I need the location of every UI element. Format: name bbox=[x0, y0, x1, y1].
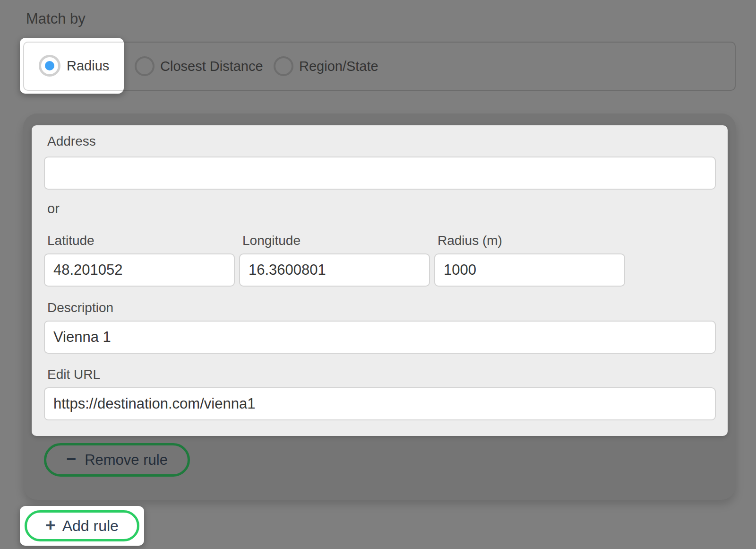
rule-card: Address or Latitude Longitude Radius (m)… bbox=[23, 113, 736, 500]
add-rule-label: Add rule bbox=[62, 517, 119, 535]
or-label: or bbox=[47, 201, 60, 217]
add-rule-button[interactable]: + Add rule bbox=[25, 510, 139, 541]
region-state-label: Region/State bbox=[299, 59, 378, 74]
remove-rule-label: Remove rule bbox=[85, 452, 168, 469]
remove-rule-button[interactable]: − Remove rule bbox=[44, 443, 190, 477]
description-label: Description bbox=[47, 300, 113, 315]
page: Match by Closest Distance Region/State R… bbox=[0, 0, 756, 549]
radio-dot-icon bbox=[45, 61, 54, 70]
match-by-label: Match by bbox=[26, 10, 86, 27]
region-state-radio-icon[interactable] bbox=[274, 56, 293, 76]
closest-distance-label: Closest Distance bbox=[160, 59, 263, 74]
closest-distance-radio-icon[interactable] bbox=[135, 56, 155, 76]
radio-option-closest-distance[interactable]: Closest Distance bbox=[135, 43, 263, 90]
radius-option-spotlight: Radius bbox=[20, 38, 124, 94]
latitude-label: Latitude bbox=[47, 233, 94, 248]
edit-url-label: Edit URL bbox=[47, 367, 100, 382]
address-label: Address bbox=[47, 134, 96, 149]
description-input[interactable] bbox=[44, 321, 716, 354]
radio-option-radius[interactable]: Radius bbox=[39, 38, 109, 94]
minus-icon: − bbox=[66, 451, 76, 468]
radius-radio-selected-icon[interactable] bbox=[39, 55, 60, 77]
radius-label: Radius bbox=[67, 58, 109, 74]
latitude-input[interactable] bbox=[44, 253, 235, 287]
plus-icon: + bbox=[45, 516, 56, 534]
longitude-label: Longitude bbox=[242, 233, 301, 248]
edit-url-input[interactable] bbox=[44, 387, 716, 420]
radius-m-label: Radius (m) bbox=[438, 233, 502, 248]
radius-m-input[interactable] bbox=[434, 253, 625, 287]
radio-option-region-state[interactable]: Region/State bbox=[274, 43, 378, 90]
add-rule-spotlight: + Add rule bbox=[20, 506, 144, 546]
rule-form-panel: Address or Latitude Longitude Radius (m)… bbox=[32, 125, 728, 436]
match-by-radio-group: Closest Distance Region/State bbox=[23, 42, 736, 91]
address-input[interactable] bbox=[44, 157, 716, 190]
longitude-input[interactable] bbox=[239, 253, 430, 287]
